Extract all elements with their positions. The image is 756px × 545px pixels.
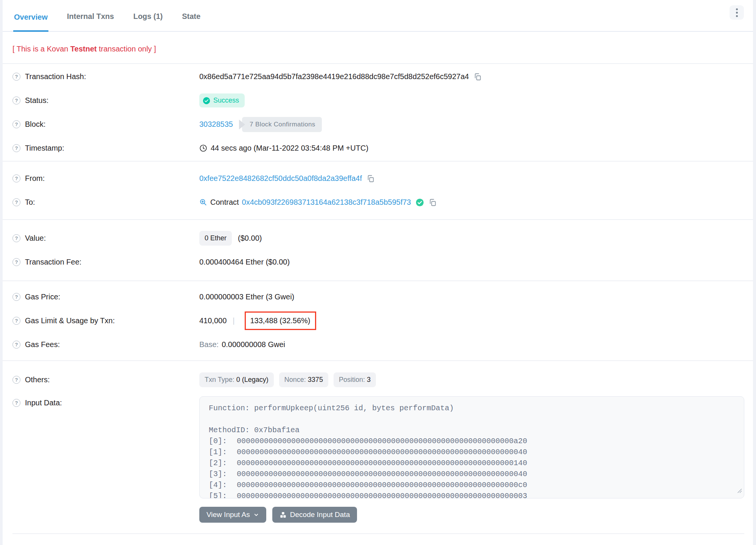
help-icon[interactable]: ? xyxy=(12,174,20,182)
transaction-fee-value: 0.000400464 Ether ($0.00) xyxy=(199,258,290,266)
row-gas-limit-usage: ? Gas Limit & Usage by Txn: 410,000 | 13… xyxy=(3,309,753,333)
copy-icon[interactable] xyxy=(473,73,482,81)
value-usd: ($0.00) xyxy=(238,234,262,243)
decode-input-data-button[interactable]: Decode Input Data xyxy=(272,507,357,523)
check-circle-icon xyxy=(203,97,210,104)
status-label: Status: xyxy=(25,96,48,105)
help-icon[interactable]: ? xyxy=(12,73,20,81)
separator: | xyxy=(233,316,234,325)
row-to: ? To: Contract 0x4cb093f226983713164a621… xyxy=(3,190,753,214)
gas-limit-value: 410,000 xyxy=(199,316,227,325)
zoom-in-icon[interactable] xyxy=(199,198,207,206)
tab-internal-txns[interactable]: Internal Txns xyxy=(66,1,115,31)
tab-overview[interactable]: Overview xyxy=(13,2,48,32)
section-gas: ? Gas Price: 0.000000003 Ether (3 Gwei) … xyxy=(3,280,753,360)
help-icon[interactable]: ? xyxy=(12,317,20,325)
gas-price-label: Gas Price: xyxy=(25,293,60,301)
help-icon[interactable]: ? xyxy=(12,258,20,266)
transaction-hash-value: 0x86ed5a771e725aa94d5b7fa2398e4419e216d8… xyxy=(199,72,469,81)
block-label: Block: xyxy=(25,120,45,129)
from-label: From: xyxy=(25,174,45,183)
help-icon[interactable]: ? xyxy=(12,234,20,242)
testnet-notice: [ This is a Kovan Testnet transaction on… xyxy=(3,32,753,63)
row-from: ? From: 0xfee7522e8482682cf50ddc50a0f8da… xyxy=(3,167,753,190)
row-status: ? Status: Success xyxy=(3,89,753,112)
from-address-link[interactable]: 0xfee7522e8482682cf50ddc50a0f8da2a39effa… xyxy=(199,174,362,183)
timestamp-value: 44 secs ago (Mar-11-2022 03:54:48 PM +UT… xyxy=(211,144,368,153)
view-input-as-button[interactable]: View Input As xyxy=(199,507,266,523)
more-options-button[interactable] xyxy=(730,5,744,20)
position-badge: Position: 3 xyxy=(334,372,376,387)
txn-type-badge: Txn Type: 0 (Legacy) xyxy=(199,372,274,387)
timestamp-label: Timestamp: xyxy=(25,144,64,153)
row-gas-price: ? Gas Price: 0.000000003 Ether (3 Gwei) xyxy=(3,285,753,309)
gas-usage-value: 133,488 (32.56%) xyxy=(250,316,310,325)
to-label: To: xyxy=(25,198,35,207)
section-overview-top: ? Transaction Hash: 0x86ed5a771e725aa94d… xyxy=(3,63,753,161)
transaction-fee-label: Transaction Fee: xyxy=(25,258,81,266)
section-addresses: ? From: 0xfee7522e8482682cf50ddc50a0f8da… xyxy=(3,161,753,219)
tab-logs[interactable]: Logs (1) xyxy=(132,1,163,31)
help-icon[interactable]: ? xyxy=(12,376,20,384)
row-transaction-fee: ? Transaction Fee: 0.000400464 Ether ($0… xyxy=(3,250,753,274)
input-word: [3]:000000000000000000000000000000000000… xyxy=(209,469,735,480)
transaction-hash-label: Transaction Hash: xyxy=(25,72,86,81)
help-icon[interactable]: ? xyxy=(12,97,20,104)
input-data-label: Input Data: xyxy=(25,399,62,407)
input-word: [0]:000000000000000000000000000000000000… xyxy=(209,436,735,447)
input-word: [1]:000000000000000000000000000000000000… xyxy=(209,447,735,458)
input-data-actions: View Input As Decode Input Data xyxy=(3,507,753,523)
to-address-link[interactable]: 0x4cb093f226983713164a62138c3f718a5b595f… xyxy=(242,198,411,207)
row-transaction-hash: ? Transaction Hash: 0x86ed5a771e725aa94d… xyxy=(3,65,753,89)
tab-bar: Overview Internal Txns Logs (1) State xyxy=(3,0,753,32)
help-icon[interactable]: ? xyxy=(12,399,20,407)
ether-value-badge: 0 Ether xyxy=(199,231,232,246)
tab-state[interactable]: State xyxy=(181,1,201,31)
row-input-data: ? Input Data: Function: performUpkeep(ui… xyxy=(3,396,753,498)
help-icon[interactable]: ? xyxy=(12,341,20,349)
input-word: [4]:000000000000000000000000000000000000… xyxy=(209,480,735,490)
row-gas-fees: ? Gas Fees: Base: 0.000000008 Gwei xyxy=(3,333,753,357)
row-others: ? Others: Txn Type: 0 (Legacy) Nonce: 33… xyxy=(3,368,753,392)
chevron-down-icon xyxy=(253,512,259,518)
copy-icon[interactable] xyxy=(366,174,375,183)
help-icon[interactable]: ? xyxy=(12,293,20,301)
others-label: Others: xyxy=(25,375,50,384)
transaction-detail-card: Overview Internal Txns Logs (1) State [ … xyxy=(3,0,753,545)
help-icon[interactable]: ? xyxy=(12,198,20,206)
input-function-signature: Function: performUpkeep(uint256 id, byte… xyxy=(209,403,735,414)
verified-check-icon xyxy=(416,198,424,207)
section-value-fee: ? Value: 0 Ether ($0.00) ? Transaction F… xyxy=(3,219,753,280)
block-confirmations-badge: 7 Block Confirmations xyxy=(239,117,322,132)
help-icon[interactable]: ? xyxy=(12,120,20,128)
gas-price-value: 0.000000003 Ether (3 Gwei) xyxy=(199,293,294,301)
section-others-input: ? Others: Txn Type: 0 (Legacy) Nonce: 33… xyxy=(3,360,753,533)
bottom-divider xyxy=(12,533,744,534)
input-word: [5]:000000000000000000000000000000000000… xyxy=(209,490,735,498)
help-icon[interactable]: ? xyxy=(12,144,20,152)
block-number-link[interactable]: 30328535 xyxy=(199,120,233,129)
gas-fees-label: Gas Fees: xyxy=(25,340,60,349)
row-block: ? Block: 30328535 7 Block Confirmations xyxy=(3,112,753,136)
gas-limit-label: Gas Limit & Usage by Txn: xyxy=(25,316,115,325)
cubes-icon xyxy=(279,511,287,519)
base-fee-value: 0.000000008 Gwei xyxy=(222,340,285,349)
input-method-id: MethodID: 0x7bbaf1ea xyxy=(209,425,735,436)
tag-arrow-icon xyxy=(239,120,245,129)
input-data-textarea[interactable]: Function: performUpkeep(uint256 id, byte… xyxy=(199,396,744,498)
base-fee-label: Base: xyxy=(199,340,219,349)
value-label: Value: xyxy=(25,234,46,243)
to-contract-prefix: Contract xyxy=(210,198,239,207)
clock-icon xyxy=(199,144,207,152)
nonce-badge: Nonce: 3375 xyxy=(279,372,328,387)
resize-handle-icon[interactable] xyxy=(737,486,742,497)
gas-usage-annotation-box: 133,488 (32.56%) xyxy=(245,311,316,330)
status-badge: Success xyxy=(199,93,245,107)
row-timestamp: ? Timestamp: 44 secs ago (Mar-11-2022 03… xyxy=(3,136,753,160)
input-word: [2]:000000000000000000000000000000000000… xyxy=(209,458,735,469)
copy-icon[interactable] xyxy=(428,198,437,207)
row-value: ? Value: 0 Ether ($0.00) xyxy=(3,226,753,250)
